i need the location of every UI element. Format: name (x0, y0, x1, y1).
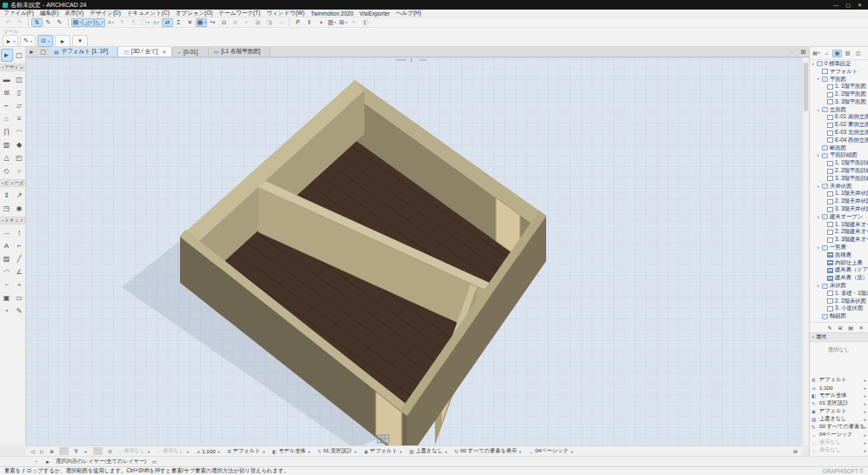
tree-item[interactable]: 1. 基礎・1階床伏図 (810, 290, 868, 298)
tree-item[interactable]: ∨ 平面詳細図 (810, 152, 868, 160)
menu-item[interactable]: Twinmotion 2020 (310, 10, 353, 17)
spline-tool[interactable]: ~ (1, 278, 13, 291)
shading-icon[interactable]: ◐ (241, 18, 252, 27)
tab-list-icon[interactable]: ⌵ (786, 47, 798, 57)
fill-icon[interactable]: ◨ (264, 18, 275, 27)
beam-tool[interactable]: ⌐ (1, 99, 13, 112)
scale-combo[interactable]: ⊿ 1:100 (194, 447, 224, 456)
toolbox-section-viewpoint[interactable]: ビューポイント (0, 179, 25, 187)
menu-item[interactable]: ウィンドウ(W) (266, 10, 304, 17)
separator[interactable] (68, 18, 69, 26)
mesh-tool[interactable]: △ (1, 151, 13, 164)
pick-up-icon[interactable]: ► (26, 47, 37, 57)
tree-item[interactable]: 3. 3階天井伏図 (810, 205, 868, 213)
curtain-wall-tool[interactable]: ▥ (1, 138, 13, 151)
menu-item[interactable]: デザイン(D) (90, 10, 121, 17)
adjust-icon[interactable]: ⇅ (31, 18, 43, 27)
tab-overview-icon[interactable]: ⊞ (798, 47, 809, 57)
view-tab[interactable]: ⌐ [0-01] (172, 47, 208, 57)
graphic-override-combo[interactable]: ▨ 上書きなし (407, 447, 451, 456)
arrow-mode-button[interactable]: ► (3, 35, 18, 47)
undo-icon[interactable]: ↶ (3, 18, 14, 27)
tree-item[interactable]: 3. 3階建具オープン (810, 236, 868, 244)
grid-display-icon[interactable]: ⊞ (337, 18, 349, 27)
tab-close-icon[interactable]: ✕ (162, 49, 166, 55)
shell-tool[interactable]: ◠ (13, 125, 25, 138)
tree-item[interactable]: 2. 2階平面図 (810, 90, 868, 98)
drawing-scale-combo[interactable]: ⌵ 表示なし (155, 447, 192, 456)
menu-item[interactable]: ファイル(F) (3, 10, 34, 17)
more-button[interactable]: ▾ (72, 35, 88, 47)
tree-item[interactable]: 建具表（窓）一覧 (810, 274, 868, 282)
cursor-button[interactable]: ► (55, 35, 70, 47)
pen-set-combo[interactable]: ✎ 01 意匠設計 (315, 447, 359, 456)
tree-item[interactable]: 面積表 (810, 251, 868, 259)
hotspot-tool[interactable]: + (13, 278, 25, 291)
tree-item[interactable]: 1. 1階平面詳細図 (810, 159, 868, 167)
tree-item[interactable]: 2. 2階建具オープン (810, 229, 868, 237)
offset-icon[interactable]: ◺ (94, 18, 105, 27)
level-dimension-tool[interactable]: ↕ (13, 226, 25, 239)
tree-item[interactable]: 断面図 (810, 144, 868, 152)
layers-icon[interactable]: ▦ (196, 18, 207, 27)
viewport-scrollbar[interactable] (802, 57, 809, 445)
renovation-filter-option[interactable]: ↻ 00 すべての要素を表示 (810, 423, 868, 431)
column-tool[interactable]: ▯ (13, 86, 25, 99)
tree-item[interactable]: ∨ 平面図 (810, 76, 868, 84)
tree-item[interactable]: ∨ 一覧表 (810, 244, 868, 251)
layer-combination-option[interactable]: ≣ デフォルト (810, 376, 868, 384)
trim-icon[interactable]: ↰ (117, 18, 128, 27)
tree-item[interactable]: 1. 1階天井伏図 (810, 191, 868, 198)
delete-view-icon[interactable]: ✕ (857, 324, 865, 331)
tree-item[interactable]: 3. 3階平面図 (810, 98, 868, 106)
toolbox-section-design[interactable]: デザイン (0, 64, 25, 71)
model-view-option[interactable]: ◉ デフォルト (810, 407, 868, 415)
wall-tool[interactable]: ▬ (1, 73, 13, 86)
camera-tool[interactable]: ◉ (13, 202, 25, 215)
tree-item[interactable]: デフォルト (810, 68, 868, 76)
tree-item[interactable]: ∨ 0 標準設定 (810, 60, 868, 68)
roof-tool[interactable]: ⌂ (1, 112, 13, 125)
project-chooser-icon[interactable]: ▤ (811, 50, 821, 57)
master-layout-combo[interactable]: ▱ 表示なし (116, 447, 153, 456)
tree-item[interactable]: E-04 西側立面図 (810, 137, 868, 144)
pen-icon[interactable]: ✎ (54, 18, 65, 27)
clock-icon[interactable]: ◑ (315, 18, 326, 27)
3d-model-view[interactable] (26, 57, 802, 445)
dimension-style-option[interactable]: ↔ 04ベーシック (810, 431, 868, 438)
section-tool[interactable]: ⇕ (1, 189, 13, 202)
tree-item[interactable]: 1. 1階建具オープン (810, 221, 868, 229)
pen-mode-button[interactable]: ✎ (20, 35, 36, 47)
project-map-icon[interactable]: ⌂ (822, 50, 831, 57)
layer-combination-combo[interactable]: ≣ デフォルト (224, 447, 268, 456)
fit-icon[interactable]: ↖ (349, 18, 360, 27)
scrollbar-thumb[interactable] (804, 63, 808, 111)
redo-icon[interactable]: ↷ (14, 18, 25, 27)
tree-item[interactable]: 3. 3階平面詳細図 (810, 175, 868, 183)
3d-viewport[interactable] (26, 57, 802, 445)
window-tool[interactable]: ⊞ (1, 86, 13, 99)
magnify-icon[interactable]: ⊙ (105, 447, 115, 455)
properties-header[interactable]: 属性 (810, 332, 868, 342)
drawing-scale-option[interactable]: ▭ 表示なし… (810, 446, 868, 454)
figure-tool[interactable]: ▣ (1, 291, 13, 304)
morph-tool[interactable]: ◆ (13, 138, 25, 151)
renovation-filter-combo[interactable]: ↻ 00 すべての要素を表示 (452, 447, 524, 456)
tree-item[interactable]: E-02 東側立面図 (810, 121, 868, 129)
view-tab[interactable]: ◳ [3D / 全て] ✕ (118, 47, 172, 57)
structure-display-option[interactable]: ◧ モデル全体 (810, 391, 868, 399)
elevation-tool[interactable]: ↗ (13, 189, 25, 202)
drawing-tool[interactable]: ▭ (13, 291, 25, 304)
roof-icon[interactable]: ⌂ (150, 18, 162, 27)
dimension-style-combo[interactable]: ↔ 04ベーシック (526, 447, 576, 456)
pen-set-option[interactable]: ✎ 01 意匠設計 (810, 399, 868, 407)
marquee-adjust-icon[interactable]: ▢ (139, 18, 150, 27)
menu-item[interactable]: ドキュメント(C) (127, 10, 170, 17)
home-story-icon[interactable]: ⌂ (275, 18, 286, 27)
opening-tool[interactable]: ○ (13, 164, 25, 177)
model-view-combo[interactable]: ◉ デフォルト (362, 447, 405, 456)
worksheet-tool[interactable]: ✎ (13, 304, 25, 318)
menu-item[interactable]: ヘルプ(H) (396, 10, 421, 17)
tree-item[interactable]: E-03 北側立面図 (810, 129, 868, 137)
menu-item[interactable]: VisiExporter (359, 10, 390, 17)
